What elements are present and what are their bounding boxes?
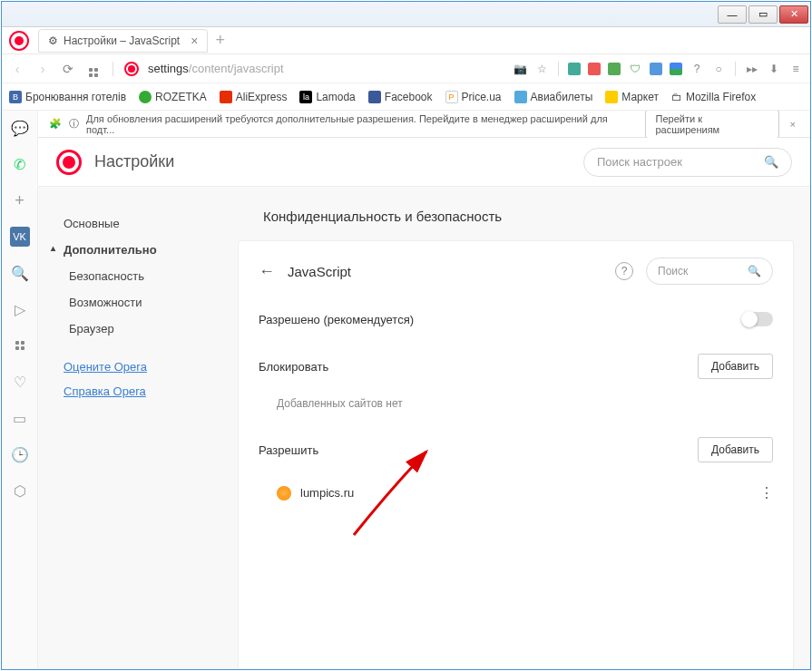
ext-icon-3[interactable] <box>608 63 621 75</box>
allow-section-header: Разрешить Добавить <box>239 424 793 475</box>
tab-settings[interactable]: ⚙ Настройки – JavaScript × <box>38 29 208 53</box>
notification-close-icon[interactable]: × <box>787 119 799 130</box>
separator <box>735 62 736 76</box>
site-favicon <box>277 486 291 501</box>
new-tab-button[interactable]: + <box>215 31 225 50</box>
nav-security[interactable]: Безопасность <box>54 263 238 289</box>
bookmark-item[interactable]: PPrice.ua <box>445 91 502 103</box>
back-icon[interactable]: ‹ <box>9 62 25 76</box>
window-titlebar: — ▭ ✕ <box>2 2 810 27</box>
block-label: Блокировать <box>259 360 328 374</box>
bookmark-item[interactable]: BБронювання готелів <box>9 91 126 103</box>
allowed-label: Разрешено (рекомендуется) <box>259 313 414 326</box>
help-opera-link[interactable]: Справка Opera <box>54 379 238 404</box>
opera-menu-button[interactable] <box>9 31 29 51</box>
forward-icon[interactable]: › <box>34 62 51 76</box>
page-title: Настройки <box>94 152 174 171</box>
easy-setup-icon[interactable]: ≡ <box>788 62 803 76</box>
block-section-header: Блокировать Добавить <box>239 341 793 392</box>
separator <box>113 62 113 76</box>
history-icon[interactable]: 🕒 <box>10 444 30 464</box>
search-sidebar-icon[interactable]: 🔍 <box>10 263 30 283</box>
bookmark-icon[interactable]: ☆ <box>534 62 549 76</box>
rate-opera-link[interactable]: Оцените Opera <box>54 355 238 379</box>
nav-advanced[interactable]: ▴Дополнительно <box>54 237 238 263</box>
bookmark-item[interactable]: Facebook <box>368 91 433 103</box>
gear-icon: ⚙ <box>48 34 58 47</box>
info-icon: ⓘ <box>69 117 79 131</box>
settings-header: Настройки Поиск настроек 🔍 <box>38 138 810 187</box>
ext-icon-4[interactable] <box>650 63 662 75</box>
nav-browser[interactable]: Браузер <box>54 316 238 342</box>
puzzle-icon: 🧩 <box>49 118 62 130</box>
ext-icon-2[interactable] <box>588 63 601 75</box>
address-bar: ‹ › ⟳ settings/content/javascript 📷 ☆ 🛡 … <box>2 54 810 83</box>
notification-text: Для обновления расширений требуются допо… <box>86 113 638 135</box>
allow-add-button[interactable]: Добавить <box>698 437 773 462</box>
download-icon[interactable]: ⬇ <box>767 62 781 76</box>
nav-features[interactable]: Возможности <box>54 289 238 316</box>
speed-dial-sidebar-icon[interactable] <box>10 336 30 355</box>
tab-title: Настройки – JavaScript <box>64 34 180 47</box>
tab-close-icon[interactable]: × <box>191 34 198 48</box>
opera-icon <box>124 62 139 76</box>
javascript-panel: ← JavaScript ? Поиск 🔍 Разрешено (рекоме… <box>238 240 794 669</box>
allowed-toggle[interactable] <box>742 312 773 326</box>
vk-icon[interactable]: VK <box>10 227 30 247</box>
send-icon[interactable]: ▷ <box>10 299 30 319</box>
whatsapp-icon[interactable]: ✆ <box>10 154 30 174</box>
folder-icon: 🗀 <box>671 91 682 103</box>
heart-icon[interactable]: ♡ <box>10 372 30 392</box>
panel-search-input[interactable]: Поиск 🔍 <box>646 258 773 285</box>
help-icon[interactable]: ? <box>690 62 704 76</box>
url-text[interactable]: settings/content/javascript <box>148 62 284 75</box>
section-title: Конфиденциальность и безопасность <box>238 209 810 240</box>
bookmark-item[interactable]: Авиабилеты <box>514 91 593 103</box>
bookmark-item[interactable]: Маркет <box>605 91 659 103</box>
sidebar-toggle-icon[interactable]: ▸▸ <box>745 62 759 76</box>
news-icon[interactable]: ▭ <box>10 408 30 428</box>
bookmark-item[interactable]: ROZETKA <box>139 91 207 103</box>
allowed-toggle-row: Разрешено (рекомендуется) <box>239 297 793 341</box>
maximize-button[interactable]: ▭ <box>748 5 778 24</box>
panel-search-placeholder: Поиск <box>658 265 688 277</box>
settings-nav: Основные ▴Дополнительно Безопасность Воз… <box>38 187 238 669</box>
tab-strip: ⚙ Настройки – JavaScript × + <box>2 27 810 54</box>
allowed-site-row[interactable]: lumpics.ru ⋮ <box>239 475 793 511</box>
search-placeholder: Поиск настроек <box>597 155 682 169</box>
goto-extensions-button[interactable]: Перейти к расширениям <box>645 111 778 139</box>
nav-basic[interactable]: Основные <box>54 210 238 237</box>
close-button[interactable]: ✕ <box>779 5 808 24</box>
ext-icon-5[interactable] <box>670 63 682 75</box>
site-domain: lumpics.ru <box>300 486 354 500</box>
shield-icon[interactable]: 🛡 <box>628 62 642 76</box>
caret-up-icon: ▴ <box>51 243 55 253</box>
notification-bar: 🧩 ⓘ Для обновления расширений требуются … <box>38 111 810 138</box>
settings-content: Конфиденциальность и безопасность ← Java… <box>238 187 810 669</box>
opera-logo-icon <box>56 150 82 175</box>
messenger-icon[interactable]: 💬 <box>10 118 30 138</box>
bookmark-folder[interactable]: 🗀Mozilla Firefox <box>671 91 756 103</box>
ext-icon-1[interactable] <box>568 63 581 75</box>
search-icon: 🔍 <box>748 265 761 277</box>
minimize-button[interactable]: — <box>718 5 747 24</box>
bookmark-item[interactable]: AliExpress <box>220 91 288 103</box>
block-empty-text: Добавленных сайтов нет <box>239 392 793 424</box>
allow-label: Разрешить <box>259 443 318 457</box>
block-add-button[interactable]: Добавить <box>698 354 773 379</box>
separator <box>558 62 559 76</box>
add-messenger-button[interactable]: + <box>10 190 30 210</box>
bookmark-item[interactable]: laLamoda <box>299 91 355 103</box>
reload-icon[interactable]: ⟳ <box>60 62 76 76</box>
panel-title: JavaScript <box>288 264 351 279</box>
back-arrow-icon[interactable]: ← <box>259 262 275 281</box>
speed-dial-icon[interactable] <box>85 60 102 77</box>
site-more-icon[interactable]: ⋮ <box>759 484 773 501</box>
bookmarks-bar: BБронювання готелів ROZETKA AliExpress l… <box>2 83 810 111</box>
help-circle-icon[interactable]: ? <box>615 262 633 280</box>
settings-search-input[interactable]: Поиск настроек 🔍 <box>583 148 792 177</box>
extensions-icon[interactable]: ⬡ <box>10 481 30 501</box>
search-icon: 🔍 <box>764 155 778 169</box>
circle-icon[interactable]: ○ <box>711 62 726 76</box>
camera-icon[interactable]: 📷 <box>513 62 527 76</box>
